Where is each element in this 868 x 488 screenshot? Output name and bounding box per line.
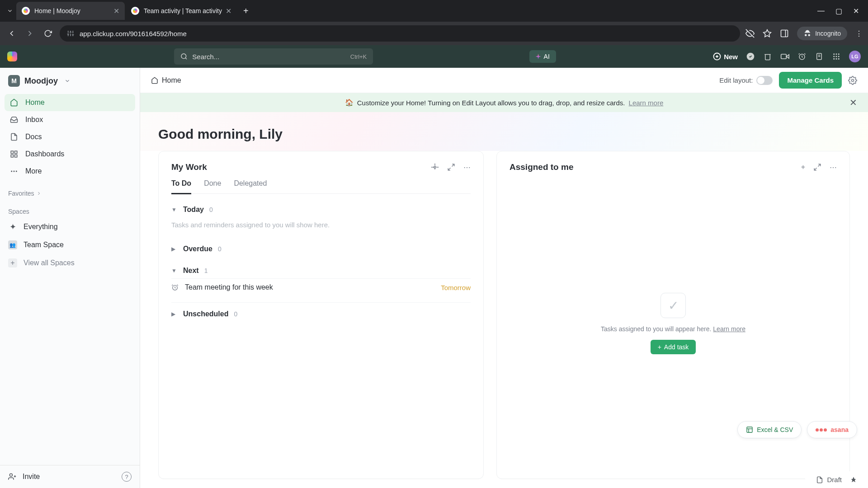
- banner-text: Customize your Home! Turning on Edit Lay…: [357, 99, 625, 107]
- asana-chip[interactable]: asana: [807, 421, 857, 438]
- new-tab-button[interactable]: +: [238, 6, 254, 16]
- sidebar-footer: Invite ?: [0, 465, 140, 488]
- browser-tab[interactable]: Team activity | Team activity ✕: [126, 2, 237, 20]
- view-all-spaces[interactable]: + View all Spaces: [0, 254, 140, 272]
- svg-rect-51: [747, 427, 752, 432]
- new-button[interactable]: New: [713, 52, 738, 61]
- url-text: app.clickup.com/9016164592/home: [80, 30, 187, 38]
- forward-button[interactable]: [24, 27, 36, 40]
- help-icon[interactable]: ?: [122, 472, 132, 482]
- breadcrumb[interactable]: Home: [151, 76, 181, 84]
- my-work-tabs: To Do Done Delegated: [171, 179, 471, 194]
- trash-icon[interactable]: [763, 52, 772, 61]
- side-panel-icon[interactable]: [780, 29, 789, 38]
- more-icon[interactable]: ⋯: [463, 163, 471, 172]
- space-team[interactable]: 👥 Team Space: [0, 236, 140, 254]
- tracking-off-icon[interactable]: [745, 29, 755, 38]
- group-header[interactable]: ▼ Next 1: [171, 263, 471, 278]
- svg-rect-34: [11, 151, 13, 153]
- svg-point-26: [835, 53, 837, 55]
- minimize-icon[interactable]: —: [817, 7, 825, 15]
- close-tab-icon[interactable]: ✕: [113, 7, 119, 15]
- app-logo-icon[interactable]: [7, 52, 17, 61]
- video-icon[interactable]: [780, 52, 789, 61]
- bookmark-icon[interactable]: [763, 29, 772, 38]
- sidebar-item-docs[interactable]: Docs: [5, 128, 135, 145]
- svg-point-28: [833, 56, 835, 57]
- greeting-heading: Good morning, Lily: [158, 127, 850, 142]
- favicon-icon: [22, 7, 30, 15]
- svg-point-38: [14, 171, 14, 172]
- ai-button[interactable]: AI: [529, 50, 556, 63]
- expand-icon[interactable]: [447, 163, 455, 172]
- edit-layout-toggle[interactable]: Edit layout:: [719, 76, 773, 85]
- tab-delegated[interactable]: Delegated: [234, 179, 267, 193]
- favorites-section[interactable]: Favorites: [0, 182, 140, 200]
- maximize-icon[interactable]: ▢: [835, 7, 842, 15]
- group-today: ▼ Today 0 Tasks and reminders assigned t…: [171, 202, 471, 235]
- reload-button[interactable]: [42, 27, 54, 40]
- task-row[interactable]: Team meeting for this week Tomorrow: [171, 278, 471, 296]
- draft-button[interactable]: Draft: [816, 476, 842, 483]
- banner-learn-more-link[interactable]: Learn more: [629, 99, 664, 107]
- sidebar-item-more[interactable]: More: [5, 163, 135, 180]
- tab-title: Team activity | Team activity: [144, 7, 222, 14]
- apps-grid-icon[interactable]: [832, 52, 841, 61]
- gear-icon[interactable]: [431, 163, 439, 172]
- svg-marker-10: [764, 30, 771, 37]
- url-input[interactable]: app.clickup.com/9016164592/home: [60, 25, 740, 42]
- group-header[interactable]: ▼ Today 0: [171, 202, 471, 217]
- space-everything[interactable]: ✦ Everything: [0, 218, 140, 236]
- clock-icon[interactable]: [797, 52, 807, 61]
- user-avatar[interactable]: LG: [849, 51, 861, 62]
- sidebar-item-home[interactable]: Home: [5, 94, 135, 111]
- toggle-switch[interactable]: [756, 76, 773, 85]
- inbox-icon: [10, 116, 19, 124]
- browser-tab-active[interactable]: Home | Moodjoy ✕: [16, 2, 125, 20]
- svg-point-30: [838, 56, 840, 57]
- site-settings-icon[interactable]: [67, 30, 74, 37]
- caret-down-icon: ▼: [171, 206, 178, 213]
- svg-point-32: [835, 58, 837, 60]
- incognito-badge[interactable]: Incognito: [797, 27, 847, 40]
- expand-icon[interactable]: [813, 163, 821, 172]
- tabs-dropdown-icon[interactable]: [4, 5, 16, 17]
- svg-point-33: [838, 58, 840, 60]
- settings-icon[interactable]: [848, 76, 857, 85]
- close-window-icon[interactable]: ✕: [853, 7, 859, 15]
- asana-icon: [816, 428, 827, 432]
- group-next: ▼ Next 1 Team meeting for this week Tomo…: [171, 263, 471, 296]
- pin-icon[interactable]: [850, 476, 857, 483]
- more-icon[interactable]: ⋯: [830, 163, 837, 172]
- add-task-button[interactable]: + Add task: [651, 340, 696, 354]
- group-unscheduled: ▶ Unscheduled 0: [171, 302, 471, 322]
- team-space-icon: 👥: [8, 240, 17, 249]
- svg-marker-20: [786, 55, 789, 58]
- import-chips: Excel & CSV asana: [737, 421, 857, 438]
- plus-icon[interactable]: +: [801, 163, 805, 172]
- spaces-section: Spaces: [0, 200, 140, 218]
- tab-todo[interactable]: To Do: [171, 179, 191, 194]
- sparkle-icon: [536, 54, 541, 59]
- close-banner-icon[interactable]: ✕: [849, 97, 857, 108]
- sidebar-item-dashboards[interactable]: Dashboards: [5, 145, 135, 163]
- close-tab-icon[interactable]: ✕: [226, 7, 231, 15]
- global-search[interactable]: Search... Ctrl+K: [174, 48, 373, 65]
- notepad-icon[interactable]: [815, 52, 824, 61]
- browser-address-bar: app.clickup.com/9016164592/home Incognit…: [0, 22, 868, 45]
- excel-csv-chip[interactable]: Excel & CSV: [737, 421, 802, 438]
- home-icon: [151, 77, 158, 84]
- group-header[interactable]: ▶ Unscheduled 0: [171, 306, 471, 322]
- group-header[interactable]: ▶ Overdue 0: [171, 241, 471, 257]
- house-emoji-icon: 🏠: [345, 99, 354, 107]
- workspace-switcher[interactable]: M Moodjoy: [0, 68, 140, 92]
- invite-button[interactable]: Invite: [23, 473, 40, 481]
- learn-more-link[interactable]: Learn more: [713, 325, 745, 333]
- browser-menu-icon[interactable]: ⋮: [855, 29, 863, 38]
- tab-done[interactable]: Done: [204, 179, 221, 193]
- sidebar-item-inbox[interactable]: Inbox: [5, 111, 135, 128]
- back-button[interactable]: [5, 27, 18, 40]
- check-icon: ✓: [660, 293, 686, 318]
- manage-cards-button[interactable]: Manage Cards: [779, 72, 842, 89]
- check-circle-icon[interactable]: [746, 52, 755, 61]
